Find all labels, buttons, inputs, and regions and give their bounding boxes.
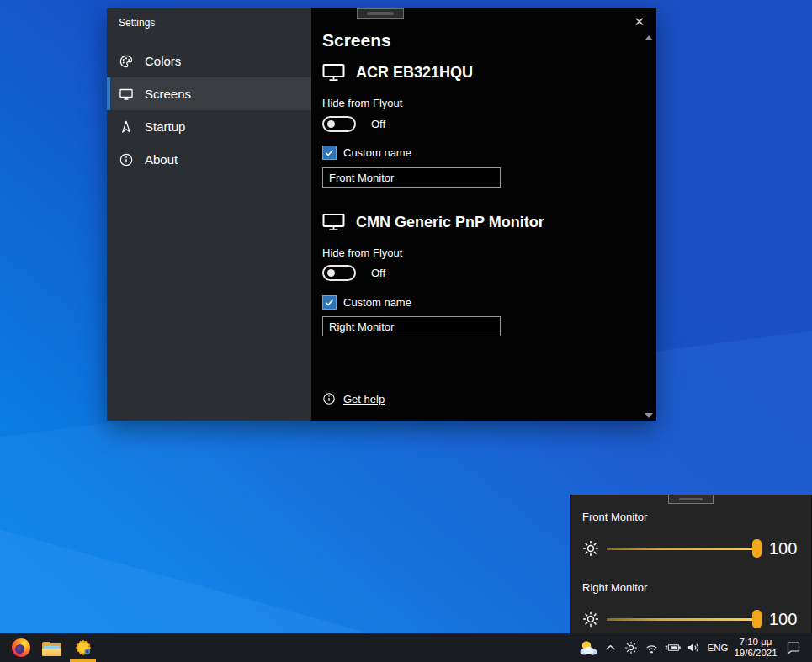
sidebar-item-label: Screens — [145, 87, 191, 101]
tray-brightness-button[interactable] — [620, 633, 641, 662]
chevron-up-icon — [605, 644, 616, 651]
slider-thumb[interactable] — [752, 539, 762, 558]
slider-thumb[interactable] — [752, 610, 762, 628]
scroll-up-arrow[interactable] — [645, 35, 653, 40]
sidebar-item-label: About — [145, 152, 178, 167]
custom-name-input[interactable] — [322, 316, 501, 336]
brightness-app-icon — [73, 638, 93, 658]
clock-time: 7:10 μμ — [731, 637, 780, 648]
desktop-wallpaper: Settings Colors Screens — [0, 0, 812, 662]
sidebar-item-startup[interactable]: Startup — [107, 110, 311, 143]
checkmark-icon — [324, 147, 335, 158]
settings-main-panel: ✕ Screens ACR EB321HQU Hide from Flyout … — [311, 8, 656, 421]
brightness-value: 100 — [769, 539, 803, 559]
brightness-slider[interactable] — [607, 607, 762, 631]
tray-network-button[interactable] — [641, 633, 662, 662]
taskbar-brightness-app-button[interactable] — [67, 633, 98, 662]
monitor-name: ACR EB321HQU — [356, 64, 473, 82]
custom-name-checkbox[interactable] — [322, 146, 337, 160]
settings-sidebar: Settings Colors Screens — [107, 8, 311, 421]
sidebar-item-label: Startup — [145, 119, 185, 134]
battery-charging-icon — [665, 643, 682, 653]
slider-track[interactable] — [607, 548, 757, 550]
firefox-icon — [12, 638, 30, 657]
clock-date: 19/6/2021 — [731, 648, 780, 659]
monitor-icon — [119, 87, 134, 102]
settings-window: Settings Colors Screens — [107, 8, 656, 421]
window-title: Settings — [107, 8, 311, 29]
speaker-icon — [687, 642, 701, 654]
brightness-slider[interactable] — [607, 537, 762, 560]
tray-action-center-button[interactable] — [780, 633, 807, 662]
brightness-value: 100 — [769, 610, 803, 629]
close-icon[interactable]: ✕ — [629, 12, 649, 32]
palette-icon — [119, 54, 134, 69]
monitor-section-header: CMN Generic PnP Monitor — [322, 213, 544, 231]
info-icon — [119, 152, 134, 167]
taskbar: ENG 7:10 μμ 19/6/2021 — [0, 633, 812, 662]
slider-track[interactable] — [607, 618, 757, 621]
custom-name-label: Custom name — [343, 296, 411, 309]
brightness-sun-icon — [582, 611, 599, 628]
slider-monitor-label: Right Monitor — [582, 581, 647, 594]
hide-from-flyout-label: Hide from Flyout — [322, 97, 402, 109]
language-label: ENG — [708, 643, 729, 653]
monitor-icon — [322, 213, 345, 231]
info-icon — [322, 392, 336, 405]
tray-weather-button[interactable] — [576, 633, 600, 662]
file-explorer-icon — [42, 642, 61, 656]
hide-from-flyout-toggle[interactable] — [322, 116, 356, 132]
toggle-state-label: Off — [371, 118, 385, 130]
startup-arrow-icon — [119, 119, 134, 135]
tray-volume-button[interactable] — [683, 633, 704, 662]
toggle-state-label: Off — [371, 267, 385, 279]
sidebar-item-about[interactable]: About — [107, 143, 311, 176]
sidebar-item-colors[interactable]: Colors — [107, 45, 311, 77]
tray-clock[interactable]: 7:10 μμ 19/6/2021 — [731, 633, 780, 662]
sidebar-item-label: Colors — [145, 54, 181, 68]
tray-language-indicator[interactable]: ENG — [704, 633, 731, 662]
tray-show-hidden-icons-button[interactable] — [600, 633, 620, 662]
network-signal-icon — [645, 642, 659, 654]
slider-monitor-label: Front Monitor — [582, 511, 647, 523]
flyout-drag-handle[interactable] — [668, 495, 714, 504]
hide-from-flyout-toggle[interactable] — [322, 265, 356, 281]
checkmark-icon — [324, 297, 335, 308]
monitor-section-header: ACR EB321HQU — [322, 63, 473, 82]
brightness-sun-icon — [624, 641, 638, 654]
scroll-down-arrow[interactable] — [645, 413, 653, 418]
window-drag-handle[interactable] — [357, 8, 404, 19]
get-help-link[interactable]: Get help — [343, 393, 385, 405]
sidebar-item-screens[interactable]: Screens — [107, 77, 311, 110]
taskbar-file-explorer-button[interactable] — [36, 633, 67, 662]
hide-from-flyout-label: Hide from Flyout — [322, 246, 402, 259]
brightness-sun-icon — [582, 540, 599, 557]
weather-partly-cloudy-icon — [578, 639, 599, 657]
brightness-flyout: Front Monitor 100 Right Monitor — [570, 495, 812, 633]
monitor-name: CMN Generic PnP Monitor — [356, 214, 544, 231]
page-title: Screens — [322, 30, 391, 50]
taskbar-firefox-button[interactable] — [5, 633, 36, 662]
tray-battery-button[interactable] — [662, 633, 683, 662]
custom-name-label: Custom name — [343, 146, 411, 159]
custom-name-checkbox[interactable] — [322, 295, 337, 310]
custom-name-input[interactable] — [322, 167, 501, 188]
monitor-icon — [322, 63, 345, 82]
notification-bubble-icon — [786, 641, 801, 654]
